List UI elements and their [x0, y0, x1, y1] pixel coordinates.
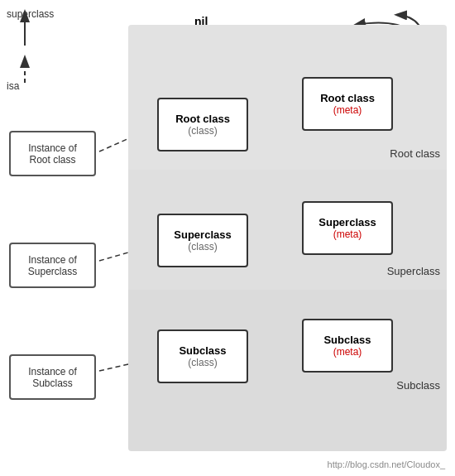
superclass-label: superclass	[7, 8, 54, 20]
root-class-box: Root class (class)	[157, 98, 248, 151]
root-meta-title: Root class	[320, 92, 375, 104]
superclass-row-label: Superclass	[387, 265, 440, 277]
legend: superclass isa	[7, 8, 54, 92]
instance-subclass-line2: Subclass	[32, 377, 73, 389]
watermark-text: http://blog.csdn.net/Cloudox_	[328, 459, 445, 469]
subclass-class-title: Subclass	[179, 344, 226, 357]
root-meta-subtitle: (meta)	[333, 104, 362, 116]
superclass-class-title: Superclass	[174, 228, 231, 241]
instance-superclass-box: Instance of Superclass	[9, 243, 96, 288]
superclass-meta-subtitle: (meta)	[333, 228, 362, 240]
subclass-class-subtitle: (class)	[188, 357, 217, 368]
instance-subclass-line1: Instance of	[28, 366, 77, 377]
instance-superclass-line2: Superclass	[28, 266, 77, 277]
root-class-subtitle: (class)	[188, 125, 217, 137]
diagram-container: superclass isa nil Root class Superclass…	[0, 0, 455, 476]
superclass-meta-box: Superclass (meta)	[302, 201, 393, 255]
superclass-class-subtitle: (class)	[188, 241, 217, 252]
watermark: http://blog.csdn.net/Cloudox_	[328, 459, 445, 469]
root-meta-box: Root class (meta)	[302, 77, 393, 131]
superclass-meta-title: Superclass	[318, 216, 376, 228]
instance-superclass-line1: Instance of	[28, 254, 77, 266]
superclass-class-box: Superclass (class)	[157, 214, 248, 267]
instance-root-line1: Instance of	[28, 142, 77, 154]
isa-label: isa	[7, 80, 54, 92]
subclass-meta-subtitle: (meta)	[333, 346, 362, 358]
subclass-row-label: Subclass	[396, 379, 440, 392]
subclass-meta-title: Subclass	[323, 334, 371, 346]
root-class-title: Root class	[175, 113, 230, 125]
instance-root-box: Instance of Root class	[9, 131, 96, 176]
instance-subclass-box: Instance of Subclass	[9, 354, 96, 400]
instance-root-line2: Root class	[29, 154, 75, 166]
subclass-class-box: Subclass (class)	[157, 329, 248, 383]
subclass-meta-box: Subclass (meta)	[302, 319, 393, 373]
root-class-row-label: Root class	[390, 147, 440, 160]
